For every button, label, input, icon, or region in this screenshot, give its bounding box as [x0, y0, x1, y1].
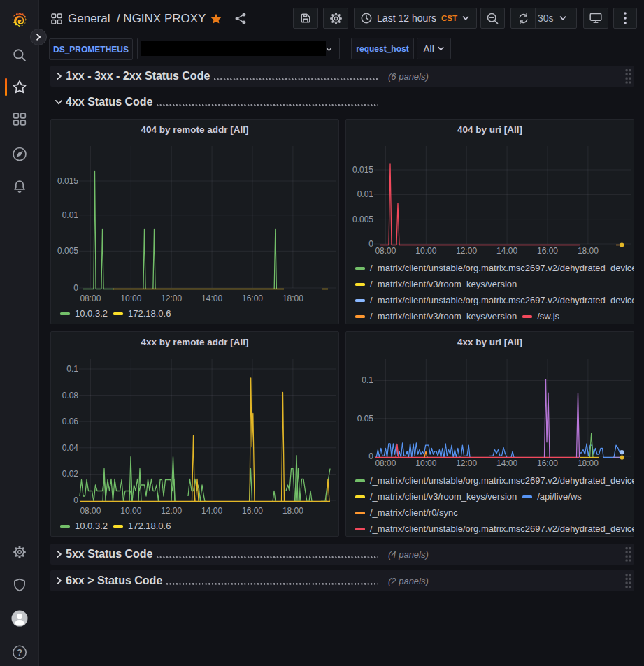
svg-text:0.08: 0.08 [62, 391, 79, 400]
svg-text:0.005: 0.005 [352, 215, 373, 224]
svg-text:0: 0 [73, 495, 78, 505]
svg-text:0.1: 0.1 [362, 375, 373, 385]
svg-text:0.06: 0.06 [62, 417, 79, 426]
svg-text:08:00: 08:00 [80, 506, 101, 516]
svg-text:18:00: 18:00 [282, 294, 303, 303]
svg-text:18:00: 18:00 [578, 458, 599, 468]
svg-text:10:00: 10:00 [415, 246, 436, 256]
svg-text:18:00: 18:00 [578, 246, 599, 256]
svg-text:10:00: 10:00 [120, 294, 141, 303]
svg-text:12:00: 12:00 [456, 246, 477, 256]
svg-text:16:00: 16:00 [242, 294, 263, 303]
svg-text:0.015: 0.015 [57, 176, 78, 186]
svg-text:16:00: 16:00 [242, 506, 263, 516]
svg-text:14:00: 14:00 [201, 506, 222, 516]
svg-text:14:00: 14:00 [496, 458, 517, 468]
svg-text:0.01: 0.01 [62, 210, 79, 220]
svg-text:0.01: 0.01 [357, 189, 374, 199]
svg-text:0.05: 0.05 [357, 414, 374, 424]
svg-text:0.015: 0.015 [352, 165, 373, 175]
svg-text:0: 0 [73, 283, 78, 293]
svg-text:14:00: 14:00 [496, 246, 517, 256]
svg-text:08:00: 08:00 [80, 294, 101, 303]
svg-text:0.02: 0.02 [62, 469, 79, 479]
svg-text:12:00: 12:00 [161, 294, 182, 303]
svg-text:?: ? [17, 648, 22, 658]
svg-text:0: 0 [368, 239, 373, 249]
svg-text:08:00: 08:00 [375, 458, 396, 468]
svg-text:12:00: 12:00 [161, 506, 182, 516]
svg-text:0.04: 0.04 [62, 443, 79, 453]
svg-text:10:00: 10:00 [120, 506, 141, 516]
svg-text:08:00: 08:00 [375, 246, 396, 256]
svg-text:16:00: 16:00 [537, 458, 558, 468]
svg-text:0.005: 0.005 [57, 246, 78, 256]
svg-text:14:00: 14:00 [201, 294, 222, 303]
svg-text:0: 0 [368, 451, 373, 461]
svg-text:12:00: 12:00 [456, 458, 477, 468]
svg-text:16:00: 16:00 [537, 246, 558, 256]
svg-text:18:00: 18:00 [282, 506, 303, 516]
svg-text:10:00: 10:00 [415, 458, 436, 468]
svg-text:0.1: 0.1 [66, 364, 78, 374]
